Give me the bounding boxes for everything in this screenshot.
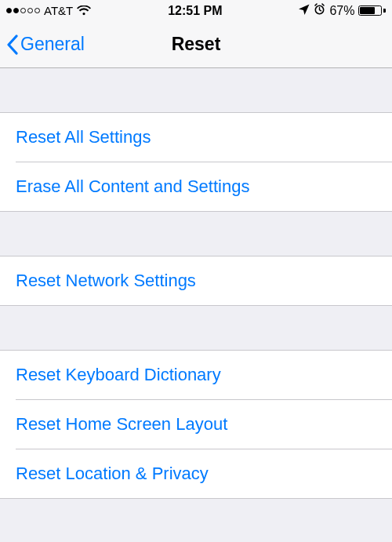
wifi-icon [77, 5, 91, 16]
battery-icon [358, 5, 386, 16]
status-bar: AT&T 12:51 PM 67% [0, 0, 392, 21]
group-gap [0, 306, 392, 350]
group-1: Reset All Settings Erase All Content and… [0, 112, 392, 212]
status-right: 67% [299, 3, 386, 18]
alarm-icon [314, 3, 325, 18]
status-left: AT&T [6, 4, 91, 17]
location-icon [299, 4, 310, 18]
nav-bar: General Reset [0, 21, 392, 68]
signal-strength-icon [6, 8, 40, 13]
group-gap [0, 212, 392, 256]
reset-keyboard-dictionary[interactable]: Reset Keyboard Dictionary [0, 351, 392, 399]
erase-all-content-and-settings[interactable]: Erase All Content and Settings [0, 162, 392, 211]
back-label: General [20, 34, 85, 55]
chevron-left-icon [6, 35, 19, 55]
group-gap [0, 68, 392, 112]
group-2: Reset Network Settings [0, 256, 392, 306]
back-button[interactable]: General [6, 34, 85, 55]
reset-all-settings[interactable]: Reset All Settings [0, 113, 392, 162]
group-3: Reset Keyboard Dictionary Reset Home Scr… [0, 350, 392, 499]
content: Reset All Settings Erase All Content and… [0, 68, 392, 499]
status-time: 12:51 PM [168, 4, 222, 18]
reset-location-and-privacy[interactable]: Reset Location & Privacy [0, 449, 392, 498]
reset-home-screen-layout[interactable]: Reset Home Screen Layout [0, 400, 392, 449]
battery-pct: 67% [329, 4, 354, 18]
carrier-label: AT&T [44, 4, 73, 17]
reset-network-settings[interactable]: Reset Network Settings [0, 256, 392, 305]
